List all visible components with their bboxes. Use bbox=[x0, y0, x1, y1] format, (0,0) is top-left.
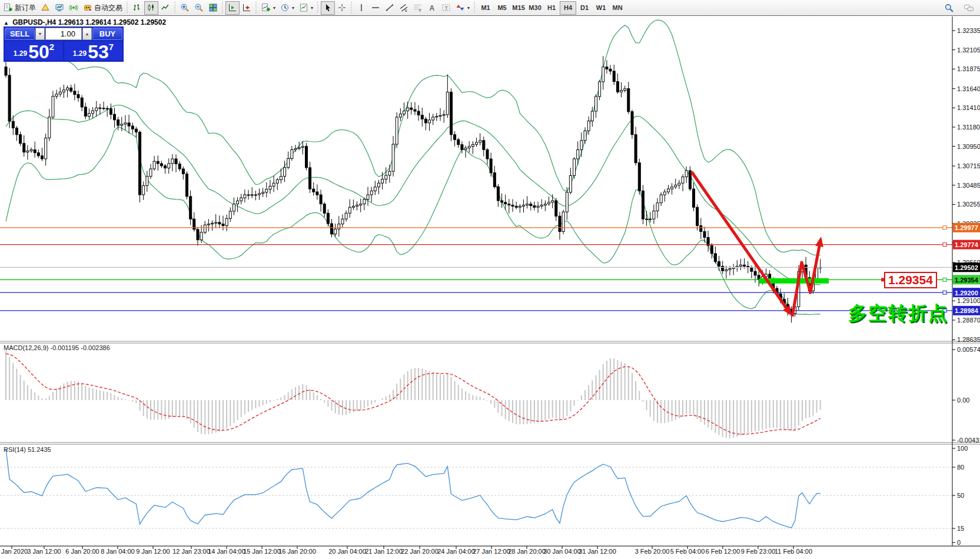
new-order-icon bbox=[4, 3, 13, 12]
timeframe-button-MN[interactable]: MN bbox=[609, 1, 626, 15]
rsi-tick-label: 100 bbox=[957, 445, 968, 452]
turning-point-annotation[interactable]: 多空转折点 bbox=[848, 301, 948, 327]
timeframe-button-M15[interactable]: M15 bbox=[510, 1, 527, 15]
bar-chart-type-button[interactable] bbox=[130, 1, 144, 15]
buy-price-prefix: 1.29 bbox=[73, 49, 87, 58]
macd-tick-label: -0.004319 bbox=[957, 437, 980, 444]
cursor-tool-button[interactable] bbox=[321, 1, 335, 15]
volume-input[interactable] bbox=[45, 28, 82, 40]
toolbar-grip bbox=[255, 2, 258, 14]
indicators-icon bbox=[261, 3, 271, 12]
fibonacci-icon: F bbox=[413, 3, 423, 12]
buy-price-pip: 7 bbox=[109, 42, 114, 52]
price-tick-label: 1.28870 bbox=[957, 317, 980, 324]
chart-shift-button[interactable] bbox=[225, 1, 240, 15]
indicators-button[interactable]: ▾ bbox=[259, 1, 278, 15]
svg-text:E: E bbox=[405, 9, 407, 12]
time-axis[interactable]: 2 Jan 20203 Jan 12:006 Jan 20:008 Jan 04… bbox=[0, 548, 980, 558]
collapse-chart-icon[interactable]: ▲ bbox=[4, 20, 9, 26]
svg-text:1.29977: 1.29977 bbox=[955, 224, 978, 231]
timeframe-button-H4[interactable]: H4 bbox=[560, 1, 576, 15]
price-tick-label: 1.30255 bbox=[957, 201, 980, 208]
search-button[interactable] bbox=[942, 1, 956, 15]
line-chart-icon bbox=[161, 3, 170, 12]
time-axis-label: 21 Jan 12:00 bbox=[365, 548, 403, 555]
vertical-line-icon bbox=[357, 3, 366, 12]
svg-text:1.28984: 1.28984 bbox=[955, 307, 979, 314]
sell-price-pip: 2 bbox=[49, 42, 54, 52]
one-click-trading-panel: SELL ▼ ▲ BUY 1.29 50 2 1.29 53 7 bbox=[4, 26, 124, 62]
timeframe-button-M5[interactable]: M5 bbox=[494, 1, 510, 15]
time-axis-label: 3 Feb 20:00 bbox=[635, 548, 670, 555]
volume-decrease-button[interactable]: ▼ bbox=[35, 28, 45, 40]
volume-increase-button[interactable]: ▲ bbox=[82, 28, 92, 40]
buy-price-quote[interactable]: 1.29 53 7 bbox=[64, 41, 122, 61]
timeframe-button-M1[interactable]: M1 bbox=[477, 1, 494, 15]
market-watch-icon bbox=[55, 3, 64, 12]
hline-129977-handle bbox=[943, 226, 946, 229]
text-tool-button[interactable]: A bbox=[425, 1, 439, 15]
timeframe-group: M1M5M15M30H1H4D1W1MN bbox=[477, 1, 626, 15]
signals-icon bbox=[69, 3, 78, 12]
chart-canvas[interactable]: 1.323351.321051.318751.316401.314101.311… bbox=[0, 16, 980, 559]
auto-scroll-button[interactable] bbox=[240, 1, 254, 15]
metaeditor-button[interactable] bbox=[38, 1, 52, 15]
time-axis-label: 14 Jan 04:00 bbox=[208, 548, 245, 555]
zoom-out-icon bbox=[194, 3, 204, 12]
toolbar-grip bbox=[473, 2, 476, 14]
candlestick-chart-icon bbox=[147, 3, 156, 12]
toolbar-grip bbox=[350, 2, 353, 14]
text-label-tool-button[interactable]: T bbox=[439, 1, 453, 15]
periods-button[interactable]: ▾ bbox=[278, 1, 297, 15]
toolbar-grip bbox=[174, 2, 177, 14]
candlesticks bbox=[5, 56, 822, 322]
zoom-out-button[interactable] bbox=[192, 1, 206, 15]
autotrading-button[interactable]: 自动交易 bbox=[81, 1, 125, 15]
dropdown-caret-icon: ▾ bbox=[311, 5, 313, 11]
signals-button[interactable] bbox=[67, 1, 81, 15]
rsi-tick-label: 15 bbox=[957, 525, 964, 532]
macd-pane bbox=[6, 351, 820, 438]
price-annotation-box[interactable]: 1.29354 bbox=[884, 272, 937, 288]
price-tick-label: 1.30485 bbox=[957, 182, 980, 189]
templates-button[interactable]: ▾ bbox=[297, 1, 315, 15]
sell-button[interactable]: SELL bbox=[5, 28, 35, 40]
candlestick-chart-type-button[interactable] bbox=[144, 1, 158, 15]
line-chart-type-button[interactable] bbox=[158, 1, 172, 15]
sell-price-prefix: 1.29 bbox=[14, 49, 27, 58]
dropdown-caret-icon: ▾ bbox=[273, 5, 275, 11]
timeframe-button-D1[interactable]: D1 bbox=[576, 1, 593, 15]
crosshair-tool-button[interactable] bbox=[335, 1, 349, 15]
channel-tool-button[interactable]: E bbox=[397, 1, 411, 15]
chart-shift-icon bbox=[228, 3, 237, 12]
chat-button[interactable] bbox=[961, 1, 976, 15]
auto-scroll-icon bbox=[242, 3, 251, 12]
crosshair-icon bbox=[337, 3, 347, 12]
fibonacci-tool-button[interactable]: F bbox=[411, 1, 425, 15]
market-watch-button[interactable] bbox=[52, 1, 67, 15]
svg-text:1.29502: 1.29502 bbox=[955, 264, 978, 271]
buy-button[interactable]: BUY bbox=[92, 28, 122, 40]
timeframe-button-W1[interactable]: W1 bbox=[593, 1, 609, 15]
price-chart-svg: 1.323351.321051.318751.316401.314101.311… bbox=[0, 0, 980, 559]
ohlc-values: 1.29613 1.29614 1.29502 1.29502 bbox=[58, 18, 167, 26]
time-axis-label: 11 Feb 04:00 bbox=[775, 548, 812, 555]
templates-icon bbox=[299, 3, 308, 12]
hline-129200-handle bbox=[943, 291, 946, 294]
new-order-button[interactable]: 新订单 bbox=[1, 1, 38, 15]
trendline-tool-button[interactable] bbox=[383, 1, 397, 15]
chart-title: ▲ GBPUSD-,H4 1.29613 1.29614 1.29502 1.2… bbox=[4, 18, 166, 26]
horizontal-line-tool-button[interactable] bbox=[368, 1, 383, 15]
zoom-in-button[interactable] bbox=[178, 1, 192, 15]
price-tick-label: 1.30950 bbox=[957, 143, 980, 150]
bar-chart-icon bbox=[132, 3, 142, 12]
arrows-tool-button[interactable]: ▾ bbox=[453, 1, 472, 15]
vertical-line-tool-button[interactable] bbox=[354, 1, 368, 15]
zoom-in-icon bbox=[180, 3, 190, 12]
timeframe-button-H1[interactable]: H1 bbox=[543, 1, 560, 15]
time-axis-label: 20 Jan 04:00 bbox=[328, 548, 366, 555]
toolbar-grip bbox=[126, 2, 129, 14]
sell-price-quote[interactable]: 1.29 50 2 bbox=[5, 41, 63, 61]
timeframe-button-M30[interactable]: M30 bbox=[527, 1, 543, 15]
tile-windows-button[interactable] bbox=[206, 1, 220, 15]
